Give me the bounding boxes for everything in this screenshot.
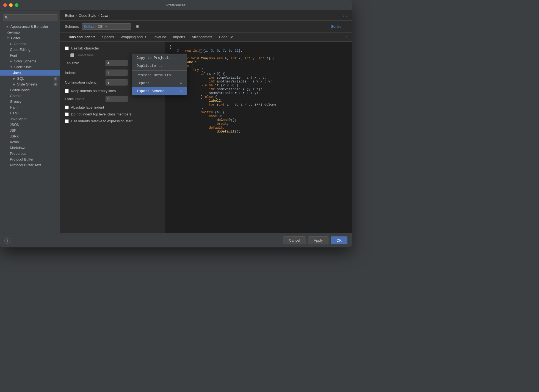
sidebar-item-label: Haml <box>10 105 18 109</box>
tab-wrapping[interactable]: Wrapping and B <box>117 33 149 42</box>
sidebar-item-sql[interactable]: ▶ SQL ⊞ <box>0 76 60 81</box>
tab-size-input[interactable] <box>106 60 128 66</box>
label-indent-input[interactable] <box>106 96 128 102</box>
bottom-bar: ? Cancel Apply OK <box>0 233 352 247</box>
sidebar-item-appearance[interactable]: ▶ Appearance & Behavior <box>0 24 60 29</box>
sidebar-item-json[interactable]: JSON <box>0 122 60 128</box>
set-from-link[interactable]: Set from... <box>331 24 347 29</box>
sidebar-item-label: Protocol Buffer <box>10 157 34 161</box>
breadcrumb-code-style[interactable]: Code Style <box>79 13 96 18</box>
sidebar-item-haml[interactable]: Haml <box>0 104 60 110</box>
sidebar-item-style-sheets[interactable]: ▶ Style Sheets ⊞ <box>0 81 60 87</box>
sidebar-item-code-style[interactable]: ▼ Code Style <box>0 64 60 70</box>
tab-spaces[interactable]: Spaces <box>99 33 117 42</box>
code-line: switch (a) { <box>169 111 347 114</box>
code-line: doCase0(); <box>169 118 347 122</box>
sidebar-item-kotlin[interactable]: Kotlin <box>0 139 60 145</box>
sidebar-item-editorconfig[interactable]: EditorConfig <box>0 87 60 93</box>
window-controls[interactable] <box>3 3 18 7</box>
sidebar-item-gherkin[interactable]: Gherkin <box>0 93 60 99</box>
keep-indents-checkbox[interactable] <box>65 89 69 93</box>
code-line: int anotherVariable = a ? x : y; <box>169 80 347 84</box>
scheme-select-wrap[interactable]: Default IDE ▼ <box>82 23 131 30</box>
code-line: public void foo(boolean a, int x, int y,… <box>169 57 347 60</box>
main-layout: 🔍 ▶ Appearance & Behavior Keymap ▼ Edito… <box>0 10 352 233</box>
sidebar-item-javascript[interactable]: JavaScript <box>0 116 60 122</box>
search-bar-wrap: 🔍 <box>0 13 60 23</box>
sidebar-item-jspx[interactable]: JSPX <box>0 133 60 139</box>
code-line: label2: <box>169 99 347 103</box>
breadcrumb-editor[interactable]: Editor <box>65 13 74 18</box>
smart-tabs-label: Smart tabs <box>76 53 94 57</box>
tab-tabs-and-indents[interactable]: Tabs and Indents <box>65 33 99 42</box>
use-indents-relative-checkbox[interactable] <box>65 119 69 123</box>
tab-size-row: Tab size: <box>65 60 160 66</box>
sidebar-item-label: Editor <box>11 36 20 40</box>
gear-button[interactable]: ⚙ <box>134 23 141 30</box>
bottom-buttons: Cancel Apply OK <box>283 236 347 244</box>
label-indent-label: Label indent: <box>65 97 103 101</box>
use-tab-label: Use tab character <box>71 46 99 50</box>
checkbox-row-absolute-label: Absolute label indent <box>65 105 160 109</box>
help-button[interactable]: ? <box>4 238 10 244</box>
sidebar-item-markdown[interactable]: Markdown <box>0 145 60 151</box>
continuation-input[interactable] <box>106 79 128 85</box>
sidebar-item-general[interactable]: ▶ General <box>0 41 60 47</box>
no-indent-top-checkbox[interactable] <box>65 112 69 116</box>
search-icon: 🔍 <box>5 16 9 20</box>
sidebar: 🔍 ▶ Appearance & Behavior Keymap ▼ Edito… <box>0 10 60 233</box>
sidebar-item-editor[interactable]: ▼ Editor <box>0 35 60 41</box>
sidebar-item-properties[interactable]: Properties <box>0 151 60 156</box>
breadcrumb-sep-2: › <box>98 13 99 18</box>
ok-button[interactable]: OK <box>331 236 347 244</box>
sidebar-item-label: Appearance & Behavior <box>10 24 48 29</box>
tabs-more-icon[interactable]: » <box>345 35 347 39</box>
sidebar-item-label: JSON <box>10 123 20 127</box>
sidebar-item-keymap[interactable]: Keymap <box>0 29 60 35</box>
sidebar-item-protocol-buffer-text[interactable]: Protocol Buffer Text <box>0 162 60 168</box>
smart-tabs-checkbox[interactable] <box>70 53 74 57</box>
sidebar-item-color-scheme[interactable]: ▶ Color Scheme <box>0 58 60 64</box>
absolute-label-label: Absolute label indent <box>71 105 104 109</box>
use-tab-checkbox[interactable] <box>65 46 69 50</box>
scheme-row: Scheme: Default IDE ▼ ⚙ Set from... <box>60 21 352 33</box>
nav-back-icon[interactable]: ‹ <box>343 13 344 18</box>
sidebar-item-label: Java <box>13 71 21 75</box>
tab-code-generation[interactable]: Code Ge <box>215 33 236 42</box>
code-line: int someVariable = a ? x : y; <box>169 76 347 80</box>
sidebar-item-java[interactable]: Java <box>0 70 60 76</box>
sidebar-item-label: Keymap <box>7 30 20 34</box>
breadcrumb-java: Java <box>101 13 108 18</box>
tab-imports[interactable]: Imports <box>170 33 188 42</box>
absolute-label-checkbox[interactable] <box>65 106 69 109</box>
sidebar-item-groovy[interactable]: Groovy <box>0 99 60 104</box>
sidebar-item-label: JSPX <box>10 134 19 138</box>
indent-input[interactable] <box>106 70 128 76</box>
sidebar-item-protocol-buffer[interactable]: Protocol Buffer <box>0 156 60 162</box>
sidebar-item-label: Markdown <box>10 146 26 150</box>
sidebar-item-label: Kotlin <box>10 140 19 144</box>
code-line: for (int i = 0; i < 5; i++) doSome <box>169 103 347 107</box>
maximize-button[interactable] <box>15 3 18 7</box>
close-button[interactable] <box>3 3 7 7</box>
sidebar-item-html[interactable]: HTML <box>0 110 60 116</box>
code-line: do { <box>169 64 347 68</box>
tab-arrangement[interactable]: Arrangement <box>188 33 215 42</box>
sidebar-item-code-editing[interactable]: Code Editing <box>0 47 60 53</box>
sidebar-item-jsp[interactable]: JSP <box>0 128 60 133</box>
panel-body: Use tab character Smart tabs Tab size: I… <box>60 42 352 233</box>
settings-panel: Use tab character Smart tabs Tab size: I… <box>60 42 165 233</box>
navigation-arrows: ‹ › <box>343 13 347 18</box>
checkbox-row-use-tab: Use tab character <box>65 46 160 50</box>
nav-forward-icon[interactable]: › <box>346 13 347 18</box>
code-line: break; <box>169 122 347 126</box>
minimize-button[interactable] <box>9 3 13 7</box>
tab-javadoc[interactable]: JavaDoc <box>149 33 170 42</box>
sidebar-item-font[interactable]: Font <box>0 53 60 58</box>
cancel-button[interactable]: Cancel <box>283 236 306 244</box>
tabs-row: Tabs and Indents Spaces Wrapping and B J… <box>60 33 352 42</box>
search-input[interactable] <box>3 14 57 21</box>
apply-button[interactable]: Apply <box>308 236 329 244</box>
code-line: doDefault(); <box>169 130 347 134</box>
arrow-icon: ▶ <box>13 77 15 80</box>
